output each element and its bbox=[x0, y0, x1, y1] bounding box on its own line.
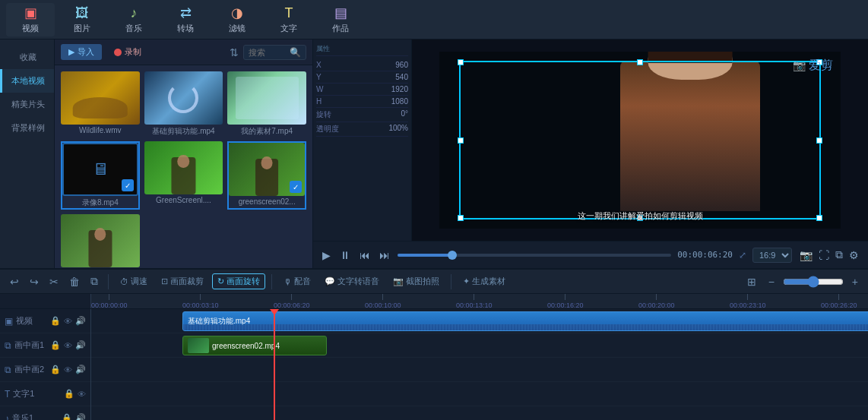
audio-icon-pip2[interactable]: 🔊 bbox=[75, 365, 86, 374]
handle-bottom-left[interactable] bbox=[458, 215, 464, 221]
media-item-green3[interactable]: GreenScreen2.m... bbox=[61, 214, 140, 268]
media-label-wildlife: Wildlife.wmv bbox=[61, 126, 140, 134]
sidebar-item-samples[interactable]: 背景样例 bbox=[0, 116, 54, 140]
dub-button[interactable]: 🎙 配音 bbox=[278, 273, 316, 289]
nav-item-music[interactable]: ♪ 音乐 bbox=[109, 3, 158, 36]
media-item-basic[interactable]: 基础剪辑功能.mp4 bbox=[144, 71, 223, 137]
delete-button[interactable]: 🗑 bbox=[65, 274, 84, 289]
filter-icon: ◑ bbox=[231, 5, 243, 21]
tts-button[interactable]: 💬 文字转语音 bbox=[319, 273, 385, 289]
ruler-mark: 00:00:03:10 bbox=[182, 294, 219, 309]
cut-button[interactable]: ✂ bbox=[46, 274, 62, 289]
progress-bar[interactable] bbox=[398, 254, 671, 257]
settings-button[interactable]: ⚙ bbox=[847, 247, 860, 263]
track-label-pip2: ⧉ 画中画2 🔒 👁 🔊 bbox=[0, 358, 90, 382]
fit-button[interactable]: ⊞ bbox=[743, 274, 760, 289]
video-icon: ▣ bbox=[24, 5, 37, 21]
search-input[interactable] bbox=[249, 48, 287, 57]
work-icon: ▤ bbox=[334, 5, 347, 21]
media-panel: ▶ 导入 录制 ⇅ 🔍 Wildlife.wmv bbox=[55, 39, 313, 268]
main-area: 收藏 本地视频 精美片头 背景样例 ▶ 导入 录制 ⇅ bbox=[0, 39, 868, 268]
eye-icon-video[interactable]: 👁 bbox=[64, 317, 72, 326]
ruler-mark: 00:00:26:20 bbox=[821, 294, 857, 309]
media-item-record[interactable]: 🖥 ✓ 录像8.mp4 bbox=[61, 141, 140, 210]
undo-button[interactable]: ↩ bbox=[6, 274, 23, 289]
clip-greenscreen-pip[interactable]: greenscreen02.mp4 bbox=[182, 336, 327, 355]
search-icon[interactable]: 🔍 bbox=[290, 47, 301, 58]
bg-crop-button[interactable]: ⊡ 画面裁剪 bbox=[156, 273, 209, 289]
selection-box[interactable] bbox=[459, 61, 820, 220]
track-row-pip1: greenscreen02.mp4 bbox=[91, 333, 868, 358]
nav-label-text: 文字 bbox=[280, 23, 297, 34]
import-button[interactable]: ▶ 导入 bbox=[61, 44, 102, 60]
record-dot-icon bbox=[114, 49, 122, 56]
media-toolbar: ▶ 导入 录制 ⇅ 🔍 bbox=[55, 39, 312, 65]
audio-icon-video[interactable]: 🔊 bbox=[75, 316, 86, 326]
lock-icon-pip2[interactable]: 🔒 bbox=[50, 365, 61, 374]
handle-top-mid[interactable] bbox=[637, 59, 643, 65]
media-item-wildlife[interactable]: Wildlife.wmv bbox=[61, 71, 140, 137]
media-item-green2[interactable]: ✓ greenscreen02... bbox=[227, 141, 306, 210]
eye-icon-pip1[interactable]: 👁 bbox=[64, 341, 72, 350]
record-button[interactable]: 录制 bbox=[108, 44, 147, 60]
fullscreen-button[interactable]: ⛶ bbox=[817, 247, 831, 263]
watermark-text: 爱剪 bbox=[809, 58, 833, 74]
nav-item-image[interactable]: 🖼 图片 bbox=[58, 3, 106, 36]
lock-icon-music[interactable]: 🔒 bbox=[62, 413, 72, 420]
speed-icon: ⏱ bbox=[120, 277, 128, 286]
sidebar-item-local[interactable]: 本地视频 bbox=[0, 69, 54, 93]
next-frame-button[interactable]: ⏭ bbox=[378, 248, 391, 263]
aspect-ratio-select[interactable]: 16:9 4:3 1:1 bbox=[752, 248, 792, 263]
screenshot-button[interactable]: 📷 bbox=[798, 247, 814, 263]
prop-row-h: H1080 bbox=[316, 96, 408, 108]
handle-bottom-right[interactable] bbox=[816, 215, 822, 221]
tracks-inner: 基础剪辑功能.mp4 greenscreen02.mp4 bbox=[91, 309, 868, 420]
sidebar-item-clips[interactable]: 精美片头 bbox=[0, 93, 54, 116]
zoom-out-button[interactable]: − bbox=[765, 274, 778, 289]
lock-icon-video[interactable]: 🔒 bbox=[50, 316, 61, 326]
generate-button[interactable]: ✦ 生成素材 bbox=[458, 273, 511, 289]
expand-icon: ⤢ bbox=[739, 250, 746, 261]
eye-icon-pip2[interactable]: 👁 bbox=[64, 365, 72, 374]
screenshot-tl-button[interactable]: 📷 截图拍照 bbox=[388, 273, 445, 289]
pause-button[interactable]: ⏸ bbox=[338, 248, 352, 263]
media-item-material[interactable]: 我的素材7.mp4 bbox=[227, 71, 306, 137]
rotate-button[interactable]: ↻ 画面旋转 bbox=[212, 273, 265, 289]
clip-basic-video[interactable]: 基础剪辑功能.mp4 bbox=[182, 311, 868, 331]
text-track-icon: T bbox=[5, 389, 10, 399]
camera-icon: 📷 bbox=[793, 59, 806, 71]
nav-item-video[interactable]: ▣ 视频 bbox=[6, 3, 55, 36]
video-track-icon: ▣ bbox=[5, 316, 13, 327]
play-button[interactable]: ▶ bbox=[321, 248, 332, 263]
playhead-marker bbox=[270, 309, 279, 315]
handle-top-left[interactable] bbox=[458, 59, 464, 65]
lock-icon-text[interactable]: 🔒 bbox=[64, 389, 74, 399]
audio-icon-pip1[interactable]: 🔊 bbox=[75, 340, 86, 350]
redo-button[interactable]: ↪ bbox=[26, 274, 43, 289]
ruler-mark: 00:00:16:20 bbox=[547, 294, 584, 309]
nav-label-filter: 滤镜 bbox=[229, 23, 246, 34]
ruler-mark: 00:00:20:00 bbox=[638, 294, 675, 309]
eye-icon-text[interactable]: 👁 bbox=[78, 390, 86, 399]
handle-mid-right[interactable] bbox=[816, 137, 822, 144]
prop-row-y: Y540 bbox=[316, 71, 408, 84]
speed-button[interactable]: ⏱ 调速 bbox=[115, 273, 153, 289]
prev-frame-button[interactable]: ⏮ bbox=[358, 248, 372, 263]
pip-preview-button[interactable]: ⧉ bbox=[834, 247, 844, 263]
lock-icon-pip1[interactable]: 🔒 bbox=[50, 340, 61, 350]
sort-icon[interactable]: ⇅ bbox=[230, 46, 239, 58]
video-canvas: 📷 爱剪 这一期我们讲解爱拍如何剪辑视频 bbox=[439, 52, 841, 229]
pip-thumbnail bbox=[188, 338, 209, 353]
nav-item-trans[interactable]: ⇄ 转场 bbox=[161, 3, 210, 36]
handle-mid-left[interactable] bbox=[458, 137, 464, 144]
zoom-in-button[interactable]: + bbox=[848, 274, 862, 289]
nav-item-filter[interactable]: ◑ 滤镜 bbox=[213, 3, 261, 36]
nav-item-text[interactable]: T 文字 bbox=[265, 3, 313, 36]
nav-item-work[interactable]: ▤ 作品 bbox=[316, 3, 365, 36]
sidebar-item-favorites[interactable]: 收藏 bbox=[0, 46, 54, 69]
zoom-slider[interactable] bbox=[783, 276, 844, 288]
media-item-green1[interactable]: GreenScreenl.... bbox=[144, 141, 223, 210]
audio-icon-music[interactable]: 🔊 bbox=[75, 413, 86, 420]
copy-button[interactable]: ⧉ bbox=[87, 273, 102, 289]
toolbar-right: ⊞ − + bbox=[743, 274, 862, 289]
